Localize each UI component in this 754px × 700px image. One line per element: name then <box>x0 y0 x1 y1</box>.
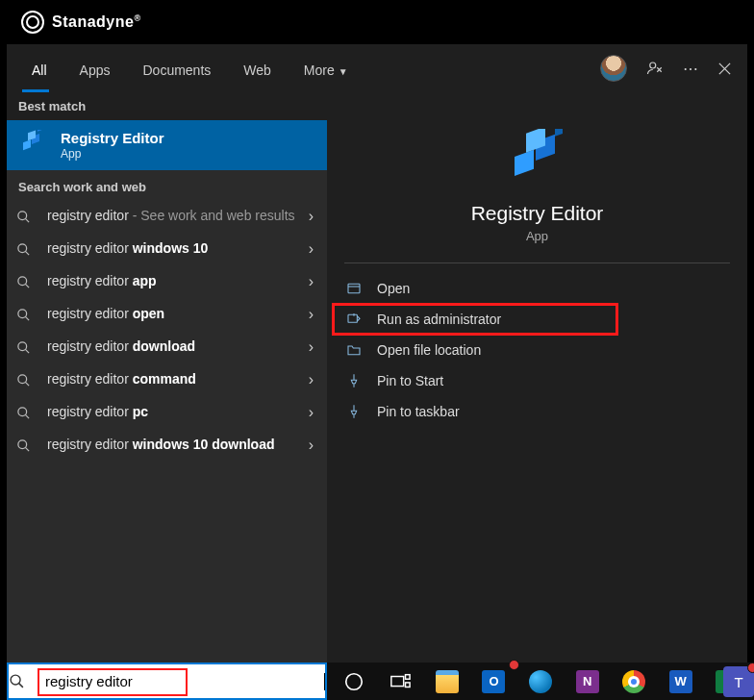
action-open[interactable]: Open <box>327 273 747 304</box>
taskbar-explorer[interactable] <box>424 662 470 700</box>
admin-icon <box>346 312 364 327</box>
brand-name: Stanadyne® <box>52 13 141 31</box>
results-column: Best match Registry Editor App Search wo… <box>7 92 327 664</box>
tab-underline <box>22 89 49 92</box>
chevron-right-icon: › <box>309 437 317 454</box>
search-input[interactable]: registry editor <box>41 671 324 691</box>
tab-all[interactable]: All <box>22 48 57 89</box>
svg-point-7 <box>18 276 27 285</box>
suggestion-text: registry editor - See work and web resul… <box>47 208 295 225</box>
svg-point-6 <box>18 243 27 252</box>
svg-rect-17 <box>555 129 563 137</box>
svg-rect-4 <box>38 130 42 132</box>
detail-subtitle: App <box>327 229 747 243</box>
search-icon <box>16 373 34 388</box>
suggestion-item[interactable]: registry editor open› <box>7 298 327 331</box>
svg-point-21 <box>346 673 363 689</box>
suggestion-text: registry editor pc <box>47 404 295 421</box>
tab-apps[interactable]: Apps <box>70 48 120 89</box>
svg-rect-22 <box>391 676 404 686</box>
chevron-right-icon: › <box>309 306 317 323</box>
svg-rect-23 <box>406 674 411 679</box>
suggestion-item[interactable]: registry editor app› <box>7 265 327 298</box>
search-icon <box>16 308 34 322</box>
svg-point-20 <box>11 675 20 685</box>
user-avatar[interactable] <box>600 55 627 82</box>
best-match-subtitle: App <box>61 147 164 161</box>
chevron-right-icon: › <box>309 208 317 225</box>
chevron-right-icon: › <box>309 338 317 356</box>
taskbar-word[interactable]: W <box>658 662 704 700</box>
svg-point-8 <box>18 309 27 317</box>
registry-icon <box>18 130 49 161</box>
details-column: Registry Editor App OpenRun as administr… <box>327 92 747 664</box>
search-icon <box>16 275 34 289</box>
registry-big-icon <box>507 129 568 190</box>
taskbar-edge[interactable] <box>517 662 564 700</box>
action-label: Open <box>377 281 410 296</box>
search-icon <box>16 406 34 420</box>
suggestion-text: registry editor download <box>47 338 295 356</box>
chevron-right-icon: › <box>309 371 317 388</box>
svg-point-0 <box>650 62 656 68</box>
feedback-icon[interactable] <box>646 60 664 77</box>
action-label: Run as administrator <box>377 312 501 327</box>
taskbar-chrome[interactable] <box>611 662 657 700</box>
svg-rect-18 <box>348 284 360 292</box>
taskbar-taskview[interactable] <box>378 662 424 700</box>
detail-title: Registry Editor <box>327 202 747 225</box>
search-panel: All Apps Documents Web More▼ ⋯ Best matc… <box>7 44 747 664</box>
search-icon <box>16 438 34 453</box>
suggestion-item[interactable]: registry editor command› <box>7 363 327 396</box>
search-tabs: All Apps Documents Web More▼ ⋯ <box>7 44 747 92</box>
suggestion-item[interactable]: registry editor windows 10› <box>7 233 327 265</box>
more-options-icon[interactable]: ⋯ <box>683 60 698 78</box>
action-run-as-administrator[interactable]: Run as administrator <box>333 304 617 335</box>
chevron-right-icon: › <box>309 404 317 421</box>
suggestion-item[interactable]: registry editor - See work and web resul… <box>7 200 327 233</box>
brand-logo-icon <box>21 11 44 34</box>
pin-icon <box>346 373 364 388</box>
suggestion-text: registry editor app <box>47 273 295 290</box>
search-icon <box>16 210 34 224</box>
taskbar-teams[interactable]: T <box>723 666 754 697</box>
search-icon <box>9 673 41 689</box>
section-work-web: Search work and web <box>7 170 327 200</box>
suggestion-item[interactable]: registry editor windows 10 download› <box>7 429 327 462</box>
close-icon[interactable] <box>717 62 732 76</box>
folder-icon <box>346 342 364 358</box>
divider <box>344 262 730 263</box>
svg-rect-24 <box>406 682 411 687</box>
svg-rect-13 <box>515 150 534 176</box>
suggestion-text: registry editor windows 10 <box>47 240 295 258</box>
action-label: Open file location <box>377 342 481 358</box>
action-open-file-location[interactable]: Open file location <box>327 335 747 365</box>
taskbar-onenote[interactable]: N <box>565 662 611 700</box>
tab-more[interactable]: More▼ <box>294 48 358 89</box>
open-icon <box>346 281 364 296</box>
chevron-right-icon: › <box>309 240 317 258</box>
suggestion-item[interactable]: registry editor pc› <box>7 396 327 429</box>
action-pin-to-taskbar[interactable]: Pin to taskbar <box>327 396 747 427</box>
search-icon <box>16 242 34 257</box>
text-caret <box>324 673 325 690</box>
tab-documents[interactable]: Documents <box>133 48 220 89</box>
suggestion-item[interactable]: registry editor download› <box>7 331 327 363</box>
tab-web[interactable]: Web <box>234 48 281 89</box>
suggestion-text: registry editor command <box>47 371 295 388</box>
svg-point-10 <box>18 374 27 383</box>
svg-point-12 <box>18 439 27 448</box>
suggestion-text: registry editor windows 10 download <box>47 437 295 454</box>
taskbar-outlook[interactable]: O <box>471 662 517 700</box>
taskbar-cortana[interactable] <box>331 662 377 700</box>
svg-rect-1 <box>23 139 31 150</box>
section-best-match: Best match <box>7 92 327 120</box>
search-box[interactable]: registry editor <box>7 662 327 700</box>
best-match-title: Registry Editor <box>61 130 164 147</box>
taskbar: O N W X T <box>327 662 754 700</box>
svg-rect-19 <box>348 314 357 322</box>
best-match-result[interactable]: Registry Editor App <box>7 120 327 170</box>
suggestion-text: registry editor open <box>47 306 295 323</box>
brand-bar: Stanadyne® <box>0 0 754 44</box>
action-pin-to-start[interactable]: Pin to Start <box>327 365 747 396</box>
